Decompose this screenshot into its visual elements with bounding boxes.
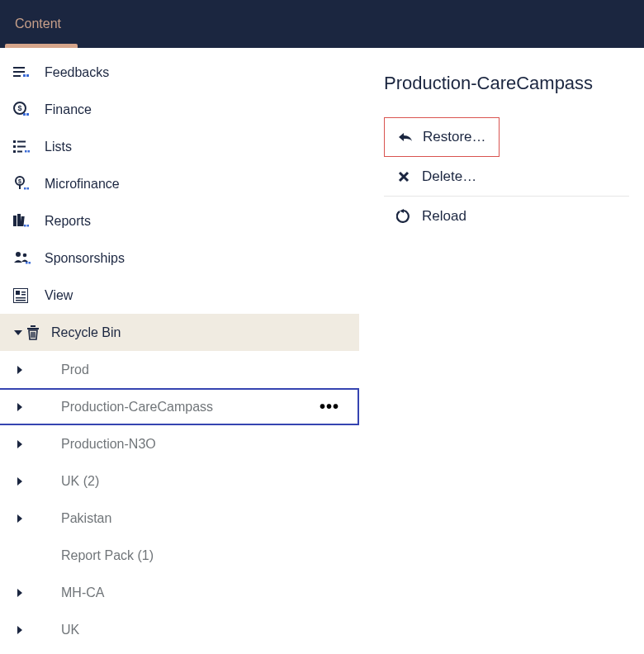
tree-child-uk-2-[interactable]: UK (2) (0, 462, 359, 500)
tree-item-label: UK (2) (25, 474, 99, 489)
svg-rect-24 (24, 225, 26, 227)
caret-right-icon[interactable] (15, 403, 25, 411)
action-delete[interactable]: Delete… (384, 157, 629, 197)
main-area: Feedbacks$FinanceLists$MicrofinanceRepor… (0, 48, 644, 654)
tree-item-label: MH-CA (25, 585, 104, 600)
svg-rect-28 (26, 262, 28, 264)
svg-text:$: $ (17, 104, 21, 112)
tree-child-prod[interactable]: Prod (0, 351, 359, 388)
svg-rect-21 (13, 216, 17, 226)
svg-rect-33 (21, 294, 26, 296)
tree-item-microfinance[interactable]: $Microfinance (0, 165, 359, 202)
finance-icon: $ (13, 102, 38, 118)
svg-rect-9 (13, 140, 16, 143)
svg-rect-7 (23, 113, 26, 116)
tree-item-view[interactable]: View (0, 277, 359, 314)
caret-right-icon[interactable] (15, 626, 25, 634)
svg-rect-11 (13, 145, 16, 148)
svg-rect-37 (31, 325, 36, 327)
caret-right-icon[interactable] (15, 589, 25, 597)
action-label: Restore… (418, 129, 486, 145)
svg-rect-22 (17, 214, 21, 226)
svg-rect-23 (20, 216, 24, 226)
tree-item-label: Report Pack (1) (25, 548, 154, 563)
tree-child-uk[interactable]: UK (0, 611, 359, 648)
svg-rect-34 (16, 297, 26, 299)
tree-item-label: Microfinance (38, 177, 120, 192)
svg-rect-10 (17, 140, 26, 142)
lists-icon (13, 140, 38, 154)
tree-item-label: Reports (38, 214, 91, 229)
svg-point-27 (23, 253, 27, 257)
tree-item-label: View (38, 288, 73, 303)
action-reload[interactable]: Reload (384, 197, 629, 236)
sidebar-container: Feedbacks$FinanceLists$MicrofinanceRepor… (0, 48, 359, 654)
scroll-spacer (0, 648, 359, 654)
tree-item-reports[interactable]: Reports (0, 202, 359, 239)
caret-right-icon[interactable] (15, 477, 25, 486)
reports-icon (13, 214, 38, 229)
svg-rect-13 (13, 150, 16, 153)
tree-child-production-n3o[interactable]: Production-N3O (0, 425, 359, 462)
caret-down-icon[interactable] (13, 329, 23, 337)
tree-item-label: Feedbacks (38, 65, 109, 80)
svg-rect-0 (13, 67, 25, 69)
svg-rect-16 (28, 150, 31, 153)
trash-icon (26, 325, 45, 340)
tree-item-lists[interactable]: Lists (0, 128, 359, 165)
action-list: Restore…Delete…Reload (384, 117, 629, 236)
tree-item-label: Pakistan (25, 511, 111, 526)
svg-text:$: $ (18, 178, 21, 185)
svg-rect-32 (21, 291, 26, 293)
svg-rect-20 (27, 187, 30, 190)
tree-item-label: Lists (38, 140, 72, 154)
svg-rect-15 (25, 150, 27, 153)
tree-item-recycle-bin[interactable]: Recycle Bin (0, 314, 359, 351)
svg-rect-29 (29, 262, 31, 264)
caret-right-icon[interactable] (15, 366, 25, 374)
svg-rect-3 (23, 74, 26, 77)
svg-rect-4 (26, 74, 29, 77)
delete-icon (391, 171, 417, 182)
feedback-icon (13, 65, 38, 80)
svg-rect-19 (24, 187, 26, 190)
reload-icon (391, 209, 417, 224)
tree-item-label: Production-N3O (25, 437, 156, 452)
action-label: Reload (417, 208, 466, 225)
detail-title: Production-CareCampass (384, 73, 629, 94)
action-restore[interactable]: Restore… (384, 117, 500, 157)
caret-right-icon[interactable] (15, 514, 25, 523)
caret-right-icon[interactable] (15, 440, 25, 448)
restore-icon (391, 131, 418, 143)
svg-rect-12 (17, 145, 26, 147)
tree-child-mh-ca[interactable]: MH-CA (0, 574, 359, 611)
content-tree[interactable]: Feedbacks$FinanceLists$MicrofinanceRepor… (0, 48, 359, 654)
tree-item-finance[interactable]: $Finance (0, 91, 359, 128)
tree-item-label: Prod (25, 363, 89, 377)
svg-rect-36 (27, 328, 39, 329)
action-label: Delete… (417, 168, 476, 185)
svg-point-26 (16, 252, 21, 257)
tree-item-label: Finance (38, 102, 92, 117)
view-icon (13, 288, 38, 303)
tree-child-report-pack-1-[interactable]: Report Pack (1) (0, 537, 359, 574)
tree-child-pakistan[interactable]: Pakistan (0, 500, 359, 537)
tree-item-label: Sponsorships (38, 251, 125, 266)
tree-item-label: Recycle Bin (45, 325, 121, 340)
more-actions-icon[interactable]: ••• (320, 397, 339, 416)
tree-child-production-carecampass[interactable]: Production-CareCampass••• (0, 388, 359, 425)
svg-rect-8 (26, 113, 29, 116)
topbar-title[interactable]: Content (15, 17, 61, 31)
svg-rect-1 (13, 71, 25, 73)
tree-item-sponsorships[interactable]: Sponsorships (0, 239, 359, 277)
tree-item-label: UK (25, 623, 79, 637)
detail-panel: Production-CareCampass Restore…Delete…Re… (359, 48, 644, 654)
svg-rect-25 (27, 225, 30, 227)
svg-rect-14 (17, 150, 22, 152)
tree-item-feedbacks[interactable]: Feedbacks (0, 54, 359, 91)
svg-rect-2 (13, 75, 21, 77)
svg-rect-31 (16, 291, 20, 295)
tree-item-label: Production-CareCampass (25, 400, 213, 415)
svg-rect-35 (16, 300, 26, 301)
sponsorships-icon (13, 251, 38, 266)
